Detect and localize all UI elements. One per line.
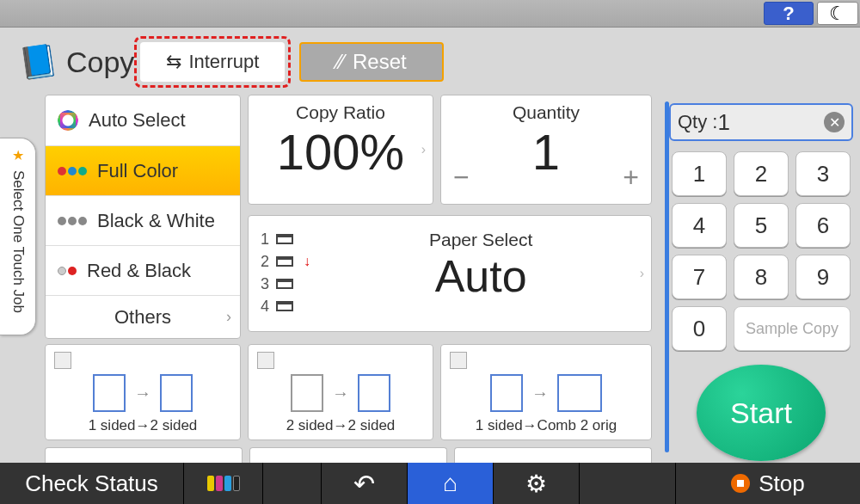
checkbox [450, 352, 467, 369]
ink-black-icon [233, 476, 240, 491]
interrupt-highlight: ⇆ Interrupt [134, 36, 291, 88]
tray-list: 1 2↓ 3 4 [261, 228, 310, 317]
stop-button[interactable]: Stop [676, 463, 860, 504]
quantity-button[interactable]: Quantity 1 − + [440, 95, 652, 205]
spacer [263, 463, 322, 504]
layout-diagram: → [291, 374, 390, 412]
qty-value: 1 [717, 109, 824, 136]
chevron-right-icon: › [421, 142, 426, 157]
interrupt-icon: ⇆ [166, 51, 181, 73]
checkbox [257, 352, 274, 369]
home-button[interactable]: ⌂ [408, 463, 494, 504]
key-1[interactable]: 1 [672, 151, 727, 196]
option-stub[interactable] [454, 447, 652, 464]
color-full-color[interactable]: Full Color [46, 145, 240, 195]
page-icon [93, 374, 126, 412]
chevron-right-icon: › [640, 266, 644, 281]
layout-caption: 1 sided→2 sided [89, 417, 198, 434]
color-auto-label: Auto Select [89, 109, 186, 132]
layout-caption: 2 sided→2 sided [286, 417, 396, 434]
layout-1sided-combine2[interactable]: → 1 sided→Comb 2 orig [440, 344, 652, 440]
tray-4-label: 4 [261, 295, 269, 317]
one-touch-job-tab[interactable]: ★ Select One Touch Job [0, 138, 36, 335]
star-icon: ★ [12, 147, 24, 163]
key-5[interactable]: 5 [734, 203, 789, 248]
paper-select-value: Auto [429, 250, 532, 302]
key-4[interactable]: 4 [672, 203, 727, 248]
arrow-icon: → [332, 384, 349, 403]
spacer [580, 463, 676, 504]
interrupt-label: Interrupt [188, 51, 259, 73]
page-combine-icon [557, 374, 602, 412]
more-options-row [45, 447, 652, 464]
page-icon [291, 374, 323, 412]
quantity-minus[interactable]: − [453, 162, 470, 194]
page-icon [160, 374, 193, 412]
back-button[interactable]: ↶ [322, 463, 408, 504]
color-black-white[interactable]: Black & White [46, 195, 240, 245]
layout-2sided-2sided[interactable]: → 2 sided→2 sided [248, 344, 433, 440]
quantity-label: Quantity [513, 102, 580, 123]
copy-ratio-label: Copy Ratio [296, 102, 385, 123]
tray-icon [276, 256, 293, 267]
option-stub[interactable] [45, 447, 243, 464]
reset-label: Reset [353, 50, 407, 74]
paper-select-label: Paper Select [429, 230, 532, 250]
checkbox [54, 352, 71, 369]
reset-icon: ⁄⁄ [337, 50, 344, 74]
tray-3-label: 3 [261, 273, 269, 295]
tray-icon [276, 301, 293, 311]
key-6[interactable]: 6 [796, 203, 851, 248]
color-others[interactable]: Others › [46, 295, 240, 338]
page-icon [490, 374, 523, 412]
auto-select-icon [58, 110, 78, 131]
tray-1-label: 1 [261, 228, 269, 250]
layout-1sided-2sided[interactable]: → 1 sided→2 sided [45, 344, 241, 440]
ink-magenta-icon [216, 476, 223, 491]
color-full-label: Full Color [97, 160, 178, 182]
copy-icon: 📘 [16, 41, 59, 83]
one-touch-job-label: Select One Touch Job [9, 170, 27, 313]
ink-yellow-icon [207, 476, 214, 491]
option-stub[interactable] [249, 447, 447, 464]
rb-icon [58, 267, 77, 275]
color-auto-select[interactable]: Auto Select [46, 95, 240, 145]
settings-button[interactable]: ⚙ [494, 463, 580, 504]
quantity-field[interactable]: Qty : 1 ✕ [669, 103, 853, 141]
start-button[interactable]: Start [697, 365, 826, 461]
color-rb-label: Red & Black [87, 260, 191, 282]
keypad-panel: Qty : 1 ✕ 1 2 3 4 5 6 7 8 9 0 Sample Cop… [669, 103, 853, 461]
arrow-icon: → [531, 384, 549, 403]
reset-button[interactable]: ⁄⁄ Reset [299, 42, 444, 82]
ink-status[interactable] [184, 463, 263, 504]
energy-saver-button[interactable]: ☾ [817, 2, 858, 25]
sample-copy-button[interactable]: Sample Copy [734, 306, 851, 351]
paper-select-button[interactable]: 1 2↓ 3 4 Paper Select Auto › [248, 215, 652, 332]
key-2[interactable]: 2 [734, 151, 789, 196]
clear-button[interactable]: ✕ [824, 112, 845, 132]
check-status-button[interactable]: Check Status [0, 463, 184, 504]
layout-diagram: → [93, 374, 193, 412]
key-3[interactable]: 3 [796, 151, 851, 196]
key-7[interactable]: 7 [672, 255, 727, 299]
ink-cyan-icon [224, 476, 231, 491]
copy-ratio-button[interactable]: Copy Ratio 100% › [248, 95, 433, 205]
key-9[interactable]: 9 [796, 255, 851, 299]
full-color-icon [58, 167, 87, 175]
page-title: Copy [66, 46, 134, 79]
stop-label: Stop [759, 470, 805, 497]
color-bw-label: Black & White [97, 210, 215, 232]
quantity-value: 1 [532, 123, 560, 181]
key-8[interactable]: 8 [734, 255, 789, 299]
layout-caption: 1 sided→Comb 2 orig [476, 417, 617, 434]
interrupt-button[interactable]: ⇆ Interrupt [140, 42, 285, 82]
bw-icon [58, 217, 87, 225]
key-0[interactable]: 0 [672, 306, 727, 351]
tray-icon [276, 279, 293, 289]
chevron-right-icon: › [226, 308, 231, 326]
quantity-plus[interactable]: + [623, 162, 639, 194]
tray-icon [276, 234, 293, 244]
help-button[interactable]: ? [764, 2, 814, 25]
color-red-black[interactable]: Red & Black [46, 245, 240, 295]
copy-ratio-value: 100% [277, 123, 404, 181]
